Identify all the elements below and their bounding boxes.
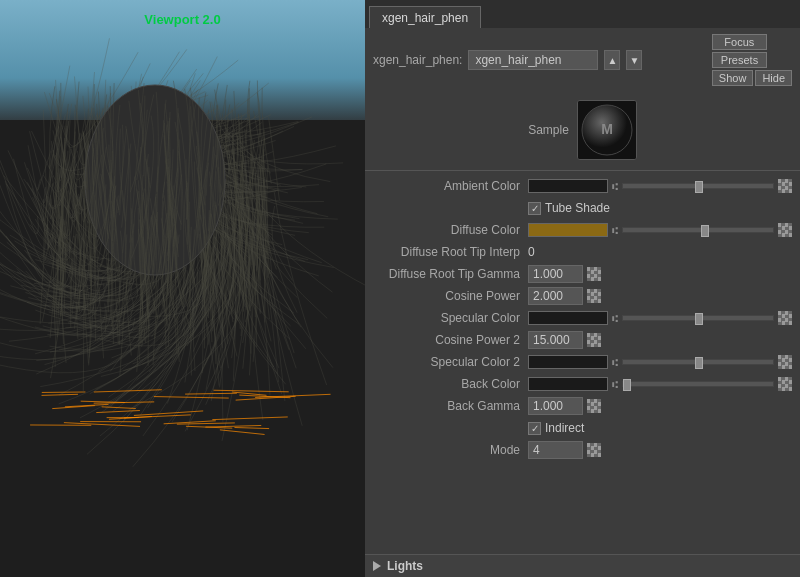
- tube-shade-content: ✓ Tube Shade: [528, 201, 792, 215]
- back-color-checker-icon[interactable]: [778, 377, 792, 391]
- viewport-panel: Viewport 2.0: [0, 0, 365, 577]
- indirect-checkbox[interactable]: ✓: [528, 422, 541, 435]
- mode-input[interactable]: [528, 441, 583, 459]
- specular-slider-thumb[interactable]: [695, 313, 703, 325]
- cosine-power-content: [528, 287, 792, 305]
- diffuse-pipe-icon: ⑆: [612, 225, 618, 236]
- diffuse-color-label: Diffuse Color: [373, 223, 528, 237]
- diffuse-slider[interactable]: [622, 227, 774, 233]
- back-color-label: Back Color: [373, 377, 528, 391]
- presets-button[interactable]: Presets: [712, 52, 767, 68]
- prop-cosine-power-2: Cosine Power 2: [365, 329, 800, 351]
- ambient-slider-thumb[interactable]: [695, 181, 703, 193]
- tab-xgen-hair-phen[interactable]: xgen_hair_phen: [369, 6, 481, 28]
- viewport-label: Viewport 2.0: [144, 12, 220, 27]
- specular-2-pipe-icon: ⑆: [612, 357, 618, 368]
- tube-shade-checkbox[interactable]: ✓: [528, 202, 541, 215]
- header-buttons: Focus Presets Show Hide: [712, 34, 792, 86]
- sample-label: Sample: [528, 123, 569, 137]
- diffuse-root-tip-gamma-input[interactable]: [528, 265, 583, 283]
- diffuse-checker-icon[interactable]: [778, 223, 792, 237]
- prop-diffuse-color: Diffuse Color ⑆: [365, 219, 800, 241]
- diffuse-root-tip-gamma-checker[interactable]: [587, 267, 601, 281]
- prop-diffuse-root-tip-gamma: Diffuse Root Tip Gamma: [365, 263, 800, 285]
- diffuse-color-swatch[interactable]: [528, 223, 608, 237]
- diffuse-root-tip-interp-content: 0: [528, 245, 792, 259]
- ambient-color-content: ⑆: [528, 179, 792, 193]
- ambient-color-label: Ambient Color: [373, 179, 528, 193]
- specular-color-2-swatch[interactable]: [528, 355, 608, 369]
- tube-shade-text: Tube Shade: [545, 201, 610, 215]
- focus-button[interactable]: Focus: [712, 34, 767, 50]
- tube-shade-checkbox-area: ✓ Tube Shade: [528, 201, 610, 215]
- mode-checker[interactable]: [587, 443, 601, 457]
- header-arrow-up[interactable]: ▲: [604, 50, 620, 70]
- ambient-color-swatch[interactable]: [528, 179, 608, 193]
- hide-button[interactable]: Hide: [755, 70, 792, 86]
- ambient-slider[interactable]: [622, 183, 774, 189]
- prop-back-gamma: Back Gamma: [365, 395, 800, 417]
- prop-specular-color-2: Specular Color 2 ⑆: [365, 351, 800, 373]
- show-hide-row: Show Hide: [712, 70, 792, 86]
- svg-text:M: M: [601, 121, 613, 137]
- shader-name-input[interactable]: [468, 50, 598, 70]
- right-panel: xgen_hair_phen xgen_hair_phen: ▲ ▼ Focus…: [365, 0, 800, 577]
- sample-thumbnail[interactable]: M: [577, 100, 637, 160]
- sample-section: Sample M: [365, 90, 800, 170]
- specular-color-2-content: ⑆: [528, 355, 792, 369]
- ambient-checker-icon[interactable]: [778, 179, 792, 193]
- cosine-power-input[interactable]: [528, 287, 583, 305]
- prop-specular-color: Specular Color ⑆: [365, 307, 800, 329]
- specular-2-checker-icon[interactable]: [778, 355, 792, 369]
- specular-color-label: Specular Color: [373, 311, 528, 325]
- diffuse-root-tip-interp-label: Diffuse Root Tip Interp: [373, 245, 528, 259]
- mode-content: [528, 441, 792, 459]
- cosine-power-2-label: Cosine Power 2: [373, 333, 528, 347]
- back-color-slider[interactable]: [622, 381, 774, 387]
- specular-color-content: ⑆: [528, 311, 792, 325]
- lights-label: Lights: [387, 559, 423, 573]
- indirect-checkbox-area: ✓ Indirect: [528, 421, 584, 435]
- indirect-text: Indirect: [545, 421, 584, 435]
- specular-color-2-label: Specular Color 2: [373, 355, 528, 369]
- properties-panel: Ambient Color ⑆ ✓ Tube Shade Diffu: [365, 170, 800, 554]
- back-gamma-checker[interactable]: [587, 399, 601, 413]
- specular-slider[interactable]: [622, 315, 774, 321]
- header-left: xgen_hair_phen: ▲ ▼: [373, 50, 642, 70]
- diffuse-root-tip-gamma-label: Diffuse Root Tip Gamma: [373, 267, 528, 281]
- prop-diffuse-root-tip-interp: Diffuse Root Tip Interp 0: [365, 241, 800, 263]
- lights-expand-icon: [373, 561, 381, 571]
- prop-ambient-color: Ambient Color ⑆: [365, 175, 800, 197]
- cosine-power-2-checker[interactable]: [587, 333, 601, 347]
- lights-section[interactable]: Lights: [365, 554, 800, 577]
- header-arrow-down[interactable]: ▼: [626, 50, 642, 70]
- back-color-slider-thumb[interactable]: [623, 379, 631, 391]
- back-gamma-label: Back Gamma: [373, 399, 528, 413]
- cosine-power-2-input[interactable]: [528, 331, 583, 349]
- prop-tube-shade: ✓ Tube Shade: [365, 197, 800, 219]
- specular-checker-icon[interactable]: [778, 311, 792, 325]
- back-color-content: ⑆: [528, 377, 792, 391]
- indirect-content: ✓ Indirect: [528, 421, 792, 435]
- back-gamma-content: [528, 397, 792, 415]
- diffuse-color-content: ⑆: [528, 223, 792, 237]
- header-label: xgen_hair_phen:: [373, 53, 462, 67]
- header-row: xgen_hair_phen: ▲ ▼ Focus Presets Show H…: [365, 28, 800, 90]
- specular-color-swatch[interactable]: [528, 311, 608, 325]
- specular-2-slider-thumb[interactable]: [695, 357, 703, 369]
- diffuse-root-tip-gamma-content: [528, 265, 792, 283]
- cosine-power-checker[interactable]: [587, 289, 601, 303]
- back-gamma-input[interactable]: [528, 397, 583, 415]
- ambient-pipe-icon: ⑆: [612, 181, 618, 192]
- viewport-mesh: [0, 0, 365, 577]
- cosine-power-2-content: [528, 331, 792, 349]
- back-color-swatch[interactable]: [528, 377, 608, 391]
- cosine-power-label: Cosine Power: [373, 289, 528, 303]
- tab-bar: xgen_hair_phen: [365, 0, 800, 28]
- prop-mode: Mode: [365, 439, 800, 461]
- show-button[interactable]: Show: [712, 70, 754, 86]
- prop-back-color: Back Color ⑆: [365, 373, 800, 395]
- specular-2-slider[interactable]: [622, 359, 774, 365]
- mode-label: Mode: [373, 443, 528, 457]
- diffuse-slider-thumb[interactable]: [701, 225, 709, 237]
